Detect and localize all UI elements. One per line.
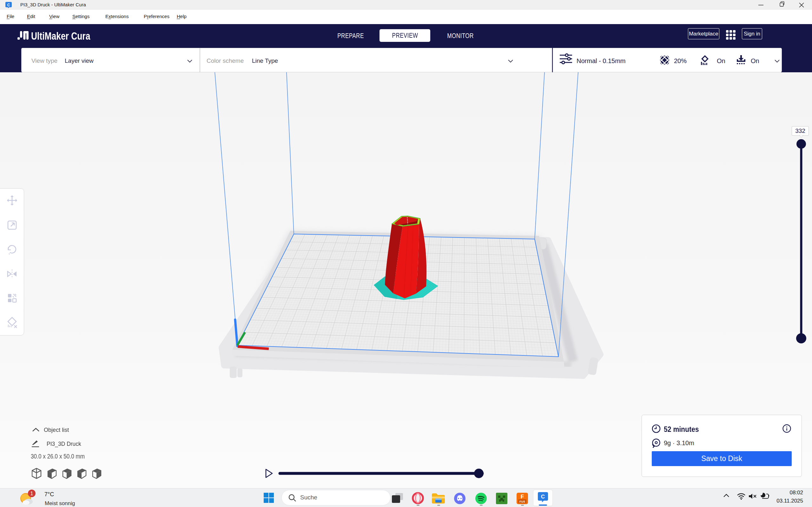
svg-text:F: F (521, 494, 524, 500)
svg-text:C: C (7, 3, 10, 7)
svg-text:C: C (541, 494, 545, 500)
svg-text:1: 1 (31, 491, 33, 496)
svg-text:FUS: FUS (519, 500, 525, 503)
